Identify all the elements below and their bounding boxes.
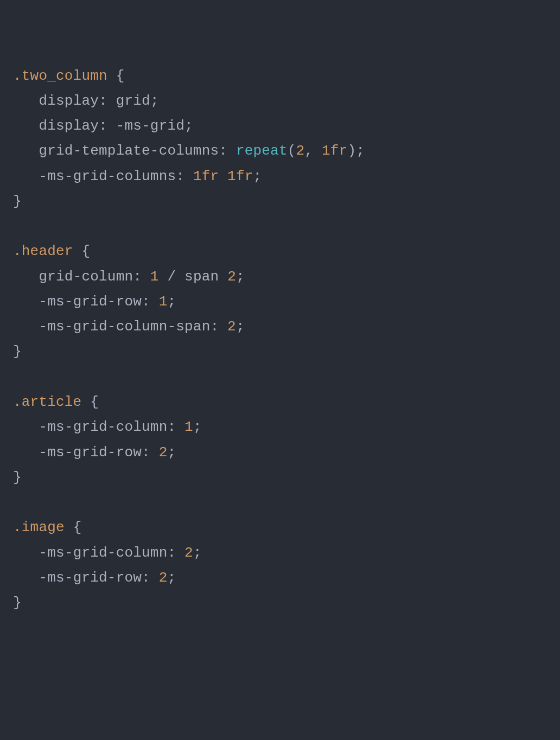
css-number: 2 (184, 545, 193, 561)
semicolon: ; (236, 269, 245, 285)
css-selector: .two_column (13, 68, 107, 84)
css-property: -ms-grid-row (39, 570, 142, 586)
code-line: .image { (13, 519, 81, 535)
css-selector: .image (13, 519, 65, 535)
semicolon: ; (167, 444, 176, 461)
brace-open: { (81, 394, 99, 410)
indent (13, 545, 39, 561)
css-function: repeat (236, 143, 288, 159)
indent (13, 444, 39, 461)
indent (13, 419, 39, 435)
code-line: } (13, 469, 22, 486)
css-number: 1fr (193, 168, 219, 184)
css-number: 2 (159, 444, 168, 461)
semicolon: ; (193, 419, 202, 435)
css-value: -ms-grid (116, 118, 184, 134)
code-line: -ms-grid-row: 2; (13, 444, 176, 461)
semicolon: ; (184, 118, 193, 134)
code-line: -ms-grid-columns: 1fr 1fr; (13, 168, 262, 184)
code-line: -ms-grid-column: 2; (13, 545, 202, 561)
paren-open: ( (288, 143, 296, 159)
colon: : (133, 269, 150, 285)
css-number: 1 (150, 269, 159, 285)
css-number: 2 (227, 269, 236, 285)
css-property: -ms-grid-column (39, 545, 167, 561)
code-line: .header { (13, 243, 90, 259)
code-line: .two_column { (13, 68, 124, 84)
colon: : (142, 294, 159, 310)
code-line: } (13, 595, 22, 611)
code-line: } (13, 193, 22, 209)
indent (13, 143, 39, 159)
code-line: } (13, 343, 22, 360)
colon: : (142, 570, 159, 586)
semicolon: ; (236, 318, 245, 335)
css-property: -ms-grid-column (39, 419, 167, 435)
brace-close: } (13, 595, 22, 611)
css-property: grid-column (39, 269, 133, 285)
code-line: -ms-grid-column-span: 2; (13, 318, 245, 335)
code-line: display: grid; (13, 93, 159, 109)
code-line: grid-template-columns: repeat(2, 1fr); (13, 143, 365, 159)
indent (13, 318, 39, 335)
css-selector: .article (13, 394, 81, 410)
comma: , (304, 143, 322, 159)
brace-close: } (13, 343, 22, 360)
space (219, 269, 227, 285)
colon: : (210, 318, 227, 335)
brace-close: } (13, 193, 22, 209)
css-property: display (39, 118, 99, 134)
colon: : (99, 93, 116, 109)
brace-close: } (13, 469, 22, 486)
brace-open: { (107, 68, 125, 84)
css-number: 1 (184, 419, 193, 435)
code-block: .two_column { display: grid; display: -m… (13, 63, 547, 616)
css-number: 2 (296, 143, 305, 159)
colon: : (142, 444, 159, 461)
code-line: -ms-grid-row: 2; (13, 570, 176, 586)
colon: : (167, 545, 184, 561)
semicolon: ; (356, 143, 365, 159)
semicolon: ; (193, 545, 202, 561)
css-property: display (39, 93, 99, 109)
css-value: span (184, 269, 219, 285)
colon: : (167, 419, 184, 435)
css-selector: .header (13, 243, 73, 259)
css-value: grid (116, 93, 150, 109)
indent (13, 294, 39, 310)
brace-open: { (65, 519, 82, 535)
brace-open: { (73, 243, 91, 259)
code-line: display: -ms-grid; (13, 118, 193, 134)
slash: / (159, 269, 184, 285)
code-line: .article { (13, 394, 99, 410)
indent (13, 570, 39, 586)
indent (13, 269, 39, 285)
space (219, 168, 227, 184)
css-property: -ms-grid-column-span (39, 318, 210, 335)
colon: : (219, 143, 236, 159)
indent (13, 93, 39, 109)
css-number: 2 (159, 570, 168, 586)
css-property: grid-template-columns (39, 143, 219, 159)
code-line: -ms-grid-row: 1; (13, 294, 176, 310)
indent (13, 168, 39, 184)
css-property: -ms-grid-row (39, 444, 142, 461)
css-number: 1 (159, 294, 168, 310)
semicolon: ; (253, 168, 262, 184)
css-property: -ms-grid-row (39, 294, 142, 310)
code-line: -ms-grid-column: 1; (13, 419, 202, 435)
semicolon: ; (150, 93, 159, 109)
colon: : (176, 168, 193, 184)
css-property: -ms-grid-columns (39, 168, 176, 184)
paren-close: ) (347, 143, 356, 159)
css-number: 2 (227, 318, 236, 335)
css-number: 1fr (227, 168, 253, 184)
css-number: 1fr (322, 143, 347, 159)
code-line: grid-column: 1 / span 2; (13, 269, 245, 285)
indent (13, 118, 39, 134)
semicolon: ; (167, 294, 176, 310)
semicolon: ; (167, 570, 176, 586)
colon: : (99, 118, 116, 134)
